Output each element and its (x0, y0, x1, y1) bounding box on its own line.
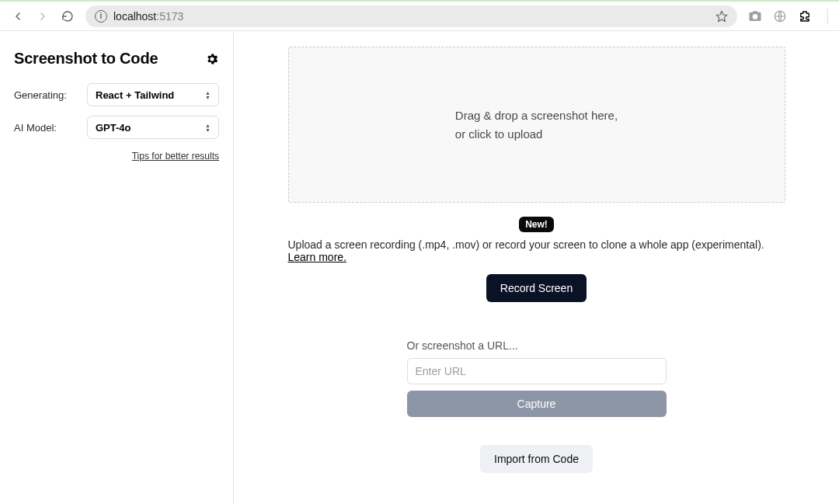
reload-button[interactable] (61, 9, 75, 23)
import-from-code-button[interactable]: Import from Code (480, 445, 593, 473)
sidebar: Screenshot to Code Generating: React + T… (0, 31, 234, 504)
camera-icon[interactable] (748, 9, 762, 23)
main-content: Drag & drop a screenshot here, or click … (234, 31, 839, 504)
generating-select[interactable]: React + Tailwind ▲▼ (87, 83, 219, 106)
forward-button[interactable] (36, 9, 50, 23)
back-button[interactable] (11, 9, 25, 23)
bookmark-star-icon[interactable] (715, 10, 728, 23)
url-text: localhost:5173 (113, 10, 183, 23)
recording-info: New! Upload a screen recording (.mp4, .m… (288, 217, 785, 263)
browser-actions (743, 9, 833, 24)
tips-link[interactable]: Tips for better results (132, 151, 219, 162)
tips-row: Tips for better results (14, 148, 219, 162)
record-screen-button[interactable]: Record Screen (486, 274, 587, 302)
settings-button[interactable] (205, 52, 219, 66)
chrome-separator (827, 9, 828, 24)
app-title: Screenshot to Code (14, 50, 158, 68)
dropzone-line2: or click to upload (455, 125, 618, 144)
browser-nav-group (6, 9, 79, 23)
url-section-label: Or screenshot a URL... (407, 339, 667, 352)
chevron-updown-icon: ▲▼ (205, 91, 211, 99)
model-label: AI Model: (14, 122, 57, 134)
chevron-updown-icon: ▲▼ (205, 123, 211, 132)
site-info-icon[interactable]: i (95, 10, 107, 23)
screenshot-dropzone[interactable]: Drag & drop a screenshot here, or click … (288, 47, 785, 203)
recording-text: Upload a screen recording (.mp4, .mov) o… (288, 238, 785, 263)
url-screenshot-section: Or screenshot a URL... Capture (407, 339, 667, 417)
generating-field: Generating: React + Tailwind ▲▼ (14, 83, 219, 106)
model-field: AI Model: GPT-4o ▲▼ (14, 116, 219, 139)
app-root: Screenshot to Code Generating: React + T… (0, 31, 839, 504)
browser-toolbar: i localhost:5173 (0, 0, 839, 31)
svg-marker-0 (716, 11, 726, 21)
model-select[interactable]: GPT-4o ▲▼ (87, 116, 219, 139)
gear-icon (205, 52, 219, 66)
capture-button[interactable]: Capture (407, 391, 667, 417)
url-input[interactable] (407, 358, 667, 384)
globe-icon[interactable] (773, 9, 787, 23)
dropzone-line1: Drag & drop a screenshot here, (455, 106, 618, 125)
address-bar[interactable]: i localhost:5173 (85, 5, 737, 27)
sidebar-header: Screenshot to Code (14, 50, 219, 68)
url-port: :5173 (156, 10, 183, 23)
learn-more-link[interactable]: Learn more. (288, 251, 346, 263)
generating-label: Generating: (14, 89, 67, 101)
new-badge: New! (519, 217, 554, 232)
extensions-icon[interactable] (798, 9, 812, 23)
dropzone-text: Drag & drop a screenshot here, or click … (455, 106, 618, 144)
url-host: localhost (113, 10, 156, 23)
model-value: GPT-4o (96, 122, 131, 134)
generating-value: React + Tailwind (96, 89, 174, 101)
